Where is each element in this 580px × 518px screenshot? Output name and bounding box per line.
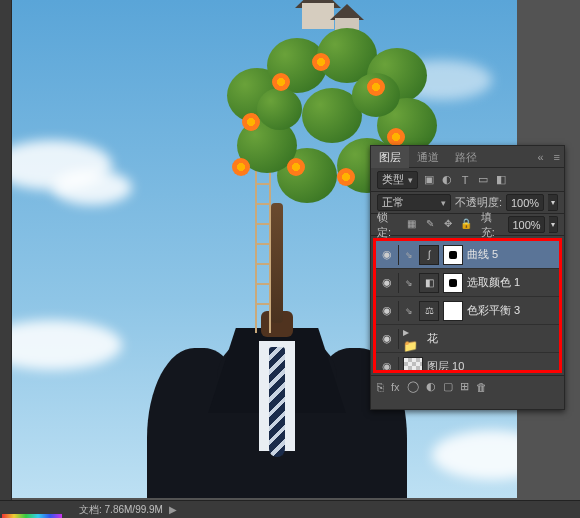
fill-label: 填充:: [481, 210, 505, 240]
opacity-flyout-icon[interactable]: ▾: [548, 194, 558, 211]
link-layers-icon[interactable]: ⎘: [377, 381, 384, 393]
folder-icon[interactable]: ▸ 📁: [403, 329, 423, 349]
layer-row-selective-color[interactable]: ◉ ⇘ ◧ 选取颜色 1: [376, 269, 559, 297]
lock-position-icon[interactable]: ✥: [441, 218, 455, 232]
layer-fx-icon[interactable]: fx: [391, 381, 400, 393]
layers-panel-footer: ⎘ fx ◯ ◐ ▢ ⊞ 🗑: [371, 375, 564, 397]
artwork-figure: [147, 323, 407, 498]
visibility-icon[interactable]: ◉: [380, 248, 394, 262]
layer-row-raster[interactable]: ◉ 图层 10: [376, 353, 559, 373]
filter-kind-label: 类型: [382, 172, 404, 187]
doc-info: 文档: 7.86M/99.9M: [79, 503, 163, 517]
tab-paths[interactable]: 路径: [447, 146, 485, 168]
tab-channels[interactable]: 通道: [409, 146, 447, 168]
visibility-icon[interactable]: ◉: [380, 276, 394, 290]
adjustment-thumb[interactable]: ⚖: [419, 301, 439, 321]
status-flyout-icon[interactable]: ▶: [169, 504, 177, 515]
layer-thumb[interactable]: [403, 357, 423, 374]
filter-type-icon[interactable]: T: [458, 173, 472, 187]
layer-name[interactable]: 色彩平衡 3: [467, 303, 555, 318]
fill-flyout-icon[interactable]: ▾: [549, 216, 559, 233]
fill-value[interactable]: 100%: [508, 216, 544, 233]
new-adjustment-icon[interactable]: ◐: [426, 380, 436, 393]
panel-tab-bar: 图层 通道 路径 « ≡: [371, 146, 564, 168]
layers-panel: 图层 通道 路径 « ≡ 类型 ▾ ▣ ◐ T ▭ ◧ 正常 ▾ 不透明度: 1…: [370, 145, 565, 410]
adjustment-thumb[interactable]: ∫: [419, 245, 439, 265]
blend-mode-select[interactable]: 正常 ▾: [377, 194, 451, 211]
visibility-icon[interactable]: ◉: [380, 332, 394, 346]
color-strip: [2, 514, 62, 518]
layer-row-group-flower[interactable]: ◉ ▸ 📁 花: [376, 325, 559, 353]
layer-row-color-balance[interactable]: ◉ ⇘ ⚖ 色彩平衡 3: [376, 297, 559, 325]
ruler-vertical: [0, 0, 12, 500]
clip-indicator-icon: ⇘: [403, 278, 415, 288]
lock-all-icon[interactable]: 🔒: [459, 218, 473, 232]
clip-indicator-icon: ⇘: [403, 250, 415, 260]
new-group-icon[interactable]: ▢: [443, 380, 453, 393]
lock-image-icon[interactable]: ✎: [423, 218, 437, 232]
layer-filter-row: 类型 ▾ ▣ ◐ T ▭ ◧: [371, 168, 564, 192]
clip-indicator-icon: ⇘: [403, 306, 415, 316]
add-mask-icon[interactable]: ◯: [407, 380, 419, 393]
delete-layer-icon[interactable]: 🗑: [476, 381, 487, 393]
filter-pixel-icon[interactable]: ▣: [422, 173, 436, 187]
layer-mask-thumb[interactable]: [443, 273, 463, 293]
tab-layers[interactable]: 图层: [371, 146, 409, 168]
filter-adjust-icon[interactable]: ◐: [440, 173, 454, 187]
panel-collapse-icon[interactable]: «: [531, 151, 549, 163]
panel-menu-icon[interactable]: ≡: [550, 151, 564, 163]
lock-transparency-icon[interactable]: ▦: [405, 218, 419, 232]
opacity-value[interactable]: 100%: [506, 194, 544, 211]
visibility-icon[interactable]: ◉: [380, 360, 394, 374]
layer-name[interactable]: 曲线 5: [467, 247, 555, 262]
filter-smart-icon[interactable]: ◧: [494, 173, 508, 187]
adjustment-thumb[interactable]: ◧: [419, 273, 439, 293]
layer-row-curves5[interactable]: ◉ ⇘ ∫ 曲线 5: [376, 241, 559, 269]
new-layer-icon[interactable]: ⊞: [460, 380, 469, 393]
filter-shape-icon[interactable]: ▭: [476, 173, 490, 187]
layer-name[interactable]: 图层 10: [427, 359, 555, 373]
visibility-icon[interactable]: ◉: [380, 304, 394, 318]
chevron-down-icon: ▾: [441, 198, 446, 208]
layer-name[interactable]: 选取颜色 1: [467, 275, 555, 290]
filter-kind-select[interactable]: 类型 ▾: [377, 171, 418, 189]
layer-mask-thumb[interactable]: [443, 301, 463, 321]
opacity-label: 不透明度:: [455, 195, 502, 210]
layer-name[interactable]: 花: [427, 331, 555, 346]
layer-mask-thumb[interactable]: [443, 245, 463, 265]
status-bar: 文档: 7.86M/99.9M ▶: [0, 500, 580, 518]
layers-list-highlight: ◉ ⇘ ∫ 曲线 5 ◉ ⇘ ◧ 选取颜色 1 ◉ ⇘ ⚖ 色彩平衡 3 ◉ ▸: [373, 238, 562, 373]
lock-label: 锁定:: [377, 210, 401, 240]
lock-fill-row: 锁定: ▦ ✎ ✥ 🔒 填充: 100% ▾: [371, 214, 564, 236]
chevron-down-icon: ▾: [408, 175, 413, 185]
